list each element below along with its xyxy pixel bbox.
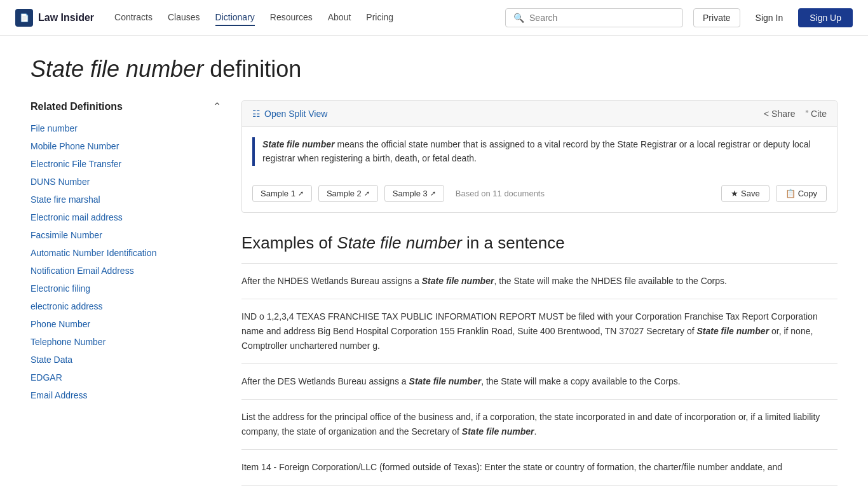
header: 📄 Law Insider Contracts Clauses Dictiona… bbox=[0, 0, 868, 36]
external-link-icon: ➚ bbox=[430, 189, 436, 198]
sample3-label: Sample 3 bbox=[393, 189, 428, 198]
star-icon: ★ bbox=[731, 189, 738, 198]
example-item-2: IND o 1,2,3,4 TEXAS FRANCHISE TAX PUBLIC… bbox=[241, 299, 837, 364]
save-button[interactable]: ★ Save bbox=[721, 185, 770, 202]
nav-pricing[interactable]: Pricing bbox=[366, 10, 393, 26]
nav-about[interactable]: About bbox=[328, 10, 351, 26]
logo[interactable]: 📄 Law Insider bbox=[15, 9, 94, 27]
sidebar-link-electronic-file-transfer[interactable]: Electronic File Transfer bbox=[31, 156, 221, 172]
list-item: Automatic Number Identification bbox=[31, 245, 221, 261]
example1-bold-italic: State file number bbox=[422, 276, 494, 286]
cite-icon: ” bbox=[805, 109, 808, 119]
sidebar-link-electronic-filing[interactable]: Electronic filing bbox=[31, 280, 221, 297]
external-link-icon: ➚ bbox=[364, 189, 370, 198]
sidebar: Related Definitions ⌃ File number Mobile… bbox=[31, 100, 221, 486]
sample3-button[interactable]: Sample 3 ➚ bbox=[384, 185, 444, 202]
sample2-button[interactable]: Sample 2 ➚ bbox=[318, 185, 378, 202]
page-container: State file number definition Related Def… bbox=[0, 36, 868, 488]
list-item: Mobile Phone Number bbox=[31, 138, 221, 154]
share-button[interactable]: < Share bbox=[764, 109, 796, 119]
share-icon: < bbox=[764, 109, 769, 119]
list-item: EDGAR bbox=[31, 369, 221, 386]
sidebar-header: Related Definitions ⌃ bbox=[31, 100, 221, 112]
list-item: Telephone Number bbox=[31, 334, 221, 350]
list-item: State fire marshal bbox=[31, 191, 221, 208]
list-item: DUNS Number bbox=[31, 173, 221, 190]
examples-title: Examples of State file number in a sente… bbox=[241, 233, 837, 253]
examples-title-prefix: Examples of bbox=[241, 233, 337, 252]
sidebar-link-facsimile-number[interactable]: Facsimile Number bbox=[31, 227, 221, 243]
nav-clauses[interactable]: Clauses bbox=[168, 10, 200, 26]
nav-dictionary[interactable]: Dictionary bbox=[215, 10, 255, 26]
content-layout: Related Definitions ⌃ File number Mobile… bbox=[31, 100, 837, 486]
sidebar-list: File number Mobile Phone Number Electron… bbox=[31, 120, 221, 403]
main-nav: Contracts Clauses Dictionary Resources A… bbox=[114, 10, 505, 26]
copy-label: Copy bbox=[798, 189, 817, 198]
example-item-5: Item 14 - Foreign Corporation/LLC (forme… bbox=[241, 450, 837, 485]
sidebar-link-notification-email-address[interactable]: Notification Email Address bbox=[31, 262, 221, 279]
list-item: Facsimile Number bbox=[31, 227, 221, 243]
list-item: File number bbox=[31, 120, 221, 137]
signup-button[interactable]: Sign Up bbox=[798, 8, 853, 27]
sidebar-collapse-icon[interactable]: ⌃ bbox=[213, 100, 221, 112]
search-bar[interactable]: 🔍 bbox=[505, 8, 683, 27]
list-item: Email Address bbox=[31, 387, 221, 403]
open-split-view-label: Open Split View bbox=[264, 109, 327, 119]
sidebar-title: Related Definitions bbox=[31, 101, 123, 112]
definition-text: State file number means the official sta… bbox=[252, 137, 827, 166]
example-item-3: After the DES Wetlands Bureau assigns a … bbox=[241, 364, 837, 400]
definition-bold-italic: State file number bbox=[262, 139, 335, 149]
header-actions: Private Sign In Sign Up bbox=[693, 8, 853, 27]
sidebar-link-state-data[interactable]: State Data bbox=[31, 351, 221, 368]
page-title: State file number definition bbox=[31, 56, 837, 83]
sidebar-link-electronic-address[interactable]: electronic address bbox=[31, 298, 221, 315]
nav-resources[interactable]: Resources bbox=[270, 10, 313, 26]
based-on-text: Based on 11 documents bbox=[456, 189, 715, 198]
page-title-italic: State file number bbox=[31, 56, 203, 82]
sidebar-link-state-fire-marshal[interactable]: State fire marshal bbox=[31, 191, 221, 208]
sidebar-link-duns-number[interactable]: DUNS Number bbox=[31, 173, 221, 190]
list-item: Phone Number bbox=[31, 316, 221, 332]
example3-text-after: , the State will make a copy available t… bbox=[481, 376, 681, 386]
list-item: Electronic mail address bbox=[31, 209, 221, 226]
example4-bold-italic: State file number bbox=[462, 426, 534, 437]
list-item: State Data bbox=[31, 351, 221, 368]
definition-card: ☷ Open Split View < Share ” Cite bbox=[241, 100, 837, 213]
card-toolbar-right: < Share ” Cite bbox=[764, 109, 827, 119]
page-title-suffix: definition bbox=[203, 56, 301, 82]
examples-title-suffix: in a sentence bbox=[462, 233, 565, 252]
main-content: ☷ Open Split View < Share ” Cite bbox=[241, 100, 837, 486]
sample1-button[interactable]: Sample 1 ➚ bbox=[252, 185, 312, 202]
open-split-view-button[interactable]: ☷ Open Split View bbox=[252, 109, 327, 119]
search-input[interactable] bbox=[529, 13, 675, 23]
example4-text-after: . bbox=[534, 426, 536, 437]
copy-icon: 📋 bbox=[785, 189, 796, 198]
sidebar-link-telephone-number[interactable]: Telephone Number bbox=[31, 334, 221, 350]
definition-text-content: means the official state number that is … bbox=[262, 139, 811, 163]
sidebar-link-mobile-phone-number[interactable]: Mobile Phone Number bbox=[31, 138, 221, 154]
example3-text-before: After the DES Wetlands Bureau assigns a bbox=[241, 376, 409, 386]
sidebar-link-phone-number[interactable]: Phone Number bbox=[31, 316, 221, 332]
example-item-4: List the address for the principal offic… bbox=[241, 400, 837, 450]
private-button[interactable]: Private bbox=[693, 8, 740, 27]
cite-label: Cite bbox=[811, 109, 827, 119]
copy-button[interactable]: 📋 Copy bbox=[776, 185, 827, 202]
example3-bold-italic: State file number bbox=[409, 376, 482, 386]
search-icon: 🔍 bbox=[513, 13, 524, 23]
sample1-label: Sample 1 bbox=[261, 189, 295, 198]
sidebar-link-automatic-number-identification[interactable]: Automatic Number Identification bbox=[31, 245, 221, 261]
cite-button[interactable]: ” Cite bbox=[805, 109, 827, 119]
signin-button[interactable]: Sign In bbox=[747, 9, 792, 27]
list-item: Electronic filing bbox=[31, 280, 221, 297]
sidebar-link-edgar[interactable]: EDGAR bbox=[31, 369, 221, 386]
share-label: Share bbox=[771, 109, 795, 119]
example1-text-after: , the State will make the NHDES file ava… bbox=[494, 276, 727, 286]
nav-contracts[interactable]: Contracts bbox=[114, 10, 153, 26]
logo-text: Law Insider bbox=[38, 12, 94, 24]
sidebar-link-electronic-mail-address[interactable]: Electronic mail address bbox=[31, 209, 221, 226]
logo-icon: 📄 bbox=[15, 9, 33, 27]
example5-text-before: Item 14 - Foreign Corporation/LLC (forme… bbox=[241, 462, 782, 472]
sidebar-link-email-address[interactable]: Email Address bbox=[31, 387, 221, 403]
sidebar-link-file-number[interactable]: File number bbox=[31, 120, 221, 137]
external-link-icon: ➚ bbox=[298, 189, 304, 198]
